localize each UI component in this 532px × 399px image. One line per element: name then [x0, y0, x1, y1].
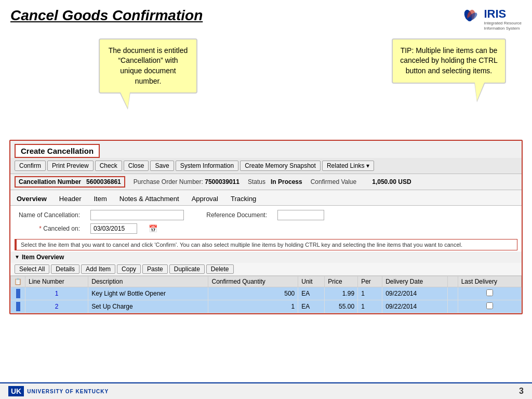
tab-tracking[interactable]: Tracking [230, 193, 257, 205]
select-all-button[interactable]: Select All [15, 264, 49, 274]
row-2-icon [11, 300, 25, 313]
tab-header[interactable]: Header [58, 193, 83, 205]
tab-overview[interactable]: Overview [16, 193, 48, 205]
confirmed-value: 1,050.00 USD [372, 178, 411, 185]
tab-approval[interactable]: Approval [191, 193, 219, 205]
close-button[interactable]: Close [124, 161, 149, 171]
table-wrapper: 📋 Line Number Description Confirmed Quan… [10, 276, 522, 313]
po-value: 7500039011 [205, 178, 240, 185]
row-1-spacer [448, 287, 458, 300]
cancellation-label: Cancellation Number [19, 178, 81, 185]
warning-bar: Select the line item that you want to ca… [15, 239, 517, 250]
ref-doc-label: Reference Document: [194, 211, 267, 219]
name-label: Name of Cancellation: [18, 211, 80, 219]
item-overview-label: Item Overview [22, 254, 64, 261]
row-2-delivery: 09/22/2014 [382, 300, 448, 313]
info-bar: Cancellation Number 5600036861 Purchase … [10, 174, 522, 190]
row-1-per: 1 [358, 287, 382, 300]
row-1-icon [11, 287, 25, 300]
page-footer: UK UNIVERSITY OF KENTUCKY 3 [0, 382, 532, 399]
page-header: Cancel Goods Confirmation IRIS Integrate… [0, 0, 532, 36]
po-label: Purchase Order Number: [134, 178, 203, 185]
blue-bar-icon [16, 302, 20, 311]
uk-box: UK [8, 386, 24, 396]
iris-logo-icon [458, 8, 481, 31]
iris-subtitle: Integrated ResourceInformation System [484, 21, 522, 32]
row-2-spacer [448, 300, 458, 313]
row-2-price: 55.00 [325, 300, 358, 313]
related-links-button[interactable]: Related Links ▾ [322, 161, 374, 171]
row-2-last-delivery[interactable] [458, 300, 521, 313]
row-1-delivery: 09/22/2014 [382, 287, 448, 300]
col-line-number: Line Number [25, 276, 88, 287]
confirmed-value-group: Confirmed Value 1,050.00 USD [311, 178, 411, 185]
main-toolbar: Confirm Print Preview Check Close Save S… [10, 158, 522, 174]
item-overview-header[interactable]: ▼ Item Overview [10, 251, 522, 263]
details-button[interactable]: Details [51, 264, 79, 274]
row-1-last-delivery-checkbox[interactable] [486, 289, 493, 296]
col-per: Per [358, 276, 382, 287]
row-1-line-number: 1 [25, 287, 88, 300]
tab-notes-attachment[interactable]: Notes & Attachment [118, 193, 180, 205]
uk-logo: UK UNIVERSITY OF KENTUCKY [8, 386, 109, 396]
canceled-on-label: Canceled on: [18, 225, 80, 232]
col-unit: Unit [298, 276, 325, 287]
row-1-qty: 500 [208, 287, 298, 300]
row-2-per: 1 [358, 300, 382, 313]
duplicate-button[interactable]: Duplicate [169, 264, 205, 274]
cancellation-value: 5600036861 [86, 178, 121, 185]
row-1-unit: EA [298, 287, 325, 300]
delete-button[interactable]: Delete [206, 264, 234, 274]
section-title-area: Create Cancellation [10, 141, 522, 158]
tabs-bar: Overview Header Item Notes & Attachment … [10, 190, 522, 206]
save-button[interactable]: Save [150, 161, 174, 171]
col-confirmed-qty: Confirmed Quantity [208, 276, 298, 287]
col-delivery-date: Delivery Date [382, 276, 448, 287]
form-row-name: Name of Cancellation: Reference Document… [18, 210, 514, 220]
table-row[interactable]: 1 Key Light w/ Bottle Opener 500 EA 1.99… [11, 287, 522, 300]
table-row[interactable]: 2 Set Up Charge 1 EA 55.00 1 09/22/2014 [11, 300, 522, 313]
row-1-price: 1.99 [325, 287, 358, 300]
callout-left: The document is entitled “Cancellation” … [99, 38, 197, 94]
blue-bar-icon [16, 289, 20, 298]
name-input[interactable] [90, 210, 184, 220]
confirm-button[interactable]: Confirm [15, 161, 46, 171]
row-2-last-delivery-checkbox[interactable] [486, 302, 493, 309]
canceled-on-input[interactable] [90, 223, 137, 234]
po-number-group: Purchase Order Number: 7500039011 [134, 178, 240, 185]
iris-logo-text-group: IRIS Integrated ResourceInformation Syst… [484, 7, 522, 32]
create-memory-snapshot-button[interactable]: Create Memory Snapshot [240, 161, 321, 171]
add-item-button[interactable]: Add Item [81, 264, 115, 274]
status-group: Status In Process [248, 178, 302, 185]
cancellation-number-field: Cancellation Number 5600036861 [15, 176, 125, 188]
form-area: Name of Cancellation: Reference Document… [10, 206, 522, 238]
form-row-canceled-on: Canceled on: 📅 [18, 223, 514, 234]
copy-button[interactable]: Copy [117, 264, 141, 274]
col-spacer [448, 276, 458, 287]
row-2-description: Set Up Charge [88, 300, 208, 313]
col-last-delivery: Last Delivery [458, 276, 521, 287]
paste-button[interactable]: Paste [142, 264, 168, 274]
row-2-unit: EA [298, 300, 325, 313]
items-table: 📋 Line Number Description Confirmed Quan… [10, 276, 522, 313]
svg-point-3 [468, 17, 472, 21]
tab-item[interactable]: Item [92, 193, 108, 205]
confirmed-label: Confirmed Value [311, 178, 357, 185]
row-2-line-number: 2 [25, 300, 88, 313]
system-information-button[interactable]: System Information [176, 161, 238, 171]
page-title: Cancel Goods Confirmation [10, 7, 203, 24]
calendar-icon[interactable]: 📅 [149, 224, 157, 233]
main-content-wrapper: Create Cancellation Confirm Print Previe… [9, 140, 523, 314]
row-2-qty: 1 [208, 300, 298, 313]
col-description: Description [88, 276, 208, 287]
print-preview-button[interactable]: Print Preview [47, 161, 94, 171]
ref-doc-input[interactable] [277, 210, 324, 220]
col-icon: 📋 [11, 276, 25, 287]
university-name: UNIVERSITY OF KENTUCKY [27, 389, 109, 394]
row-1-last-delivery[interactable] [458, 287, 521, 300]
col-price: Price [325, 276, 358, 287]
iris-brand: IRIS [484, 7, 522, 21]
check-button[interactable]: Check [95, 161, 122, 171]
table-header-row: 📋 Line Number Description Confirmed Quan… [11, 276, 522, 287]
page-number: 3 [519, 387, 524, 396]
